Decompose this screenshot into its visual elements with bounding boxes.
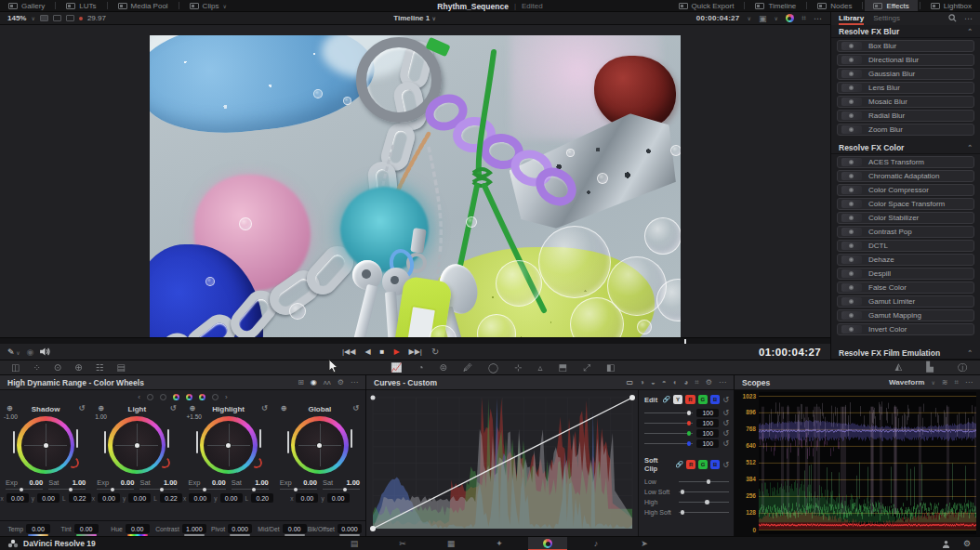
link-channels-icon[interactable]: 🔗 (675, 461, 683, 468)
color-wheel[interactable] (291, 416, 349, 474)
stop-button[interactable]: ■ (380, 347, 385, 356)
reset-icon[interactable]: ↺ (722, 439, 729, 448)
exposure-control[interactable]: Exp0.00 (97, 478, 134, 490)
reset-icon[interactable]: ↺ (79, 404, 86, 412)
annotation-pen-icon[interactable]: ✎ ∨ (7, 347, 20, 357)
slider-thumb[interactable] (160, 488, 164, 491)
single-viewer-icon[interactable] (40, 15, 48, 21)
zone-icon[interactable]: ⊕ (98, 404, 104, 412)
reset-icon[interactable]: ↺ (170, 404, 177, 412)
color-wheels-palette-icon[interactable]: ◔ (417, 362, 423, 373)
channel-button-g[interactable]: G (698, 395, 708, 404)
wheel-left-indicator[interactable] (104, 431, 106, 453)
scope-mode-select[interactable]: Waveform (889, 378, 924, 386)
wheel-center-dot[interactable] (226, 443, 231, 448)
channel-button-b[interactable]: B (710, 460, 720, 469)
reset-icon[interactable]: ↺ (261, 404, 268, 412)
fx-section-header[interactable]: Resolve FX Color⌃ (831, 141, 980, 154)
pager-prev-icon[interactable]: ‹ (138, 393, 140, 401)
param-value-field[interactable]: 0.000 (338, 524, 362, 533)
link-channels-icon[interactable]: 🔗 (662, 396, 670, 403)
top-tab-quick-export[interactable]: Quick Export (670, 0, 743, 11)
settings-gear-icon[interactable]: ⚙ (338, 378, 344, 386)
wheel-right-indicator[interactable] (167, 429, 169, 448)
reset-icon[interactable]: ↺ (722, 461, 729, 469)
exposure-control[interactable]: Exp0.00 (6, 478, 43, 490)
zoom-level-select[interactable]: 145% (7, 14, 26, 22)
top-tab-timeline[interactable]: Timeline (747, 0, 804, 11)
color-wheel[interactable] (108, 416, 166, 474)
channel-button-b[interactable]: B (710, 395, 720, 404)
viewer-scrubber[interactable] (0, 337, 830, 344)
curve-preset-icon[interactable]: ◓ (662, 378, 667, 386)
wheel-right-indicator[interactable] (351, 429, 352, 448)
exposure-control[interactable]: Exp0.00 (280, 478, 317, 490)
fx-item-box-blur[interactable]: Box Blur (837, 40, 974, 52)
collapse-icon[interactable]: ⌃ (967, 144, 973, 151)
user-icon[interactable] (942, 540, 950, 548)
slider-thumb[interactable] (203, 488, 206, 491)
slider-thumb[interactable] (681, 490, 685, 494)
fx-item-lens-blur[interactable]: Lens Blur (837, 82, 974, 94)
slider-track[interactable] (644, 433, 693, 434)
power-window-icon[interactable]: ◯ (488, 362, 498, 373)
curve-preset-icon[interactable]: ◒ (651, 378, 656, 386)
hdr-palette-icon[interactable]: ⊜ (440, 362, 447, 373)
curve-preset-icon[interactable]: ◑ (640, 378, 644, 386)
wheel-center-dot[interactable] (44, 443, 48, 448)
lum-value-field[interactable]: 0.22 (69, 493, 91, 503)
pager-dot[interactable] (173, 394, 179, 400)
saturation-control[interactable]: Sat1.00 (323, 478, 360, 490)
slider-track[interactable] (644, 412, 693, 413)
slider-thumb[interactable] (687, 431, 692, 436)
fx-item-aces-transform[interactable]: ACES Transform (837, 156, 974, 168)
blur-palette-icon[interactable]: ▵ (538, 362, 543, 373)
exposure-control[interactable]: Exp0.00 (189, 478, 226, 490)
page-fairlight[interactable]: ♪ (576, 537, 616, 550)
go-to-start-button[interactable]: |◀◀ (342, 347, 355, 356)
fx-section-header[interactable]: Resolve FX Blur⌃ (831, 25, 980, 38)
pager-dot[interactable] (212, 394, 219, 400)
slider-thumb[interactable] (111, 488, 114, 491)
fx-item-despill[interactable]: Despill (837, 268, 974, 280)
options-menu-icon[interactable]: ⋯ (814, 14, 822, 23)
reset-icon[interactable]: ↺ (352, 404, 359, 412)
channel-value-field[interactable]: 100 (696, 439, 719, 448)
saturation-control[interactable]: Sat1.00 (48, 478, 86, 490)
fx-item-false-color[interactable]: False Color (837, 282, 974, 294)
slider-thumb[interactable] (343, 488, 347, 491)
param-value-field[interactable]: 1.000 (182, 524, 206, 533)
fx-item-color-compressor[interactable]: Color Compressor (837, 184, 974, 196)
lum-value-field[interactable]: 0.20 (251, 493, 273, 503)
slider-thumb[interactable] (687, 421, 692, 426)
zone-icon[interactable]: ⊕ (281, 404, 287, 412)
fx-item-invert-color[interactable]: Invert Color (837, 323, 974, 335)
x-value-field[interactable]: 0.00 (98, 493, 120, 503)
pager-next-icon[interactable]: › (225, 393, 228, 401)
histogram-toggle-icon[interactable]: ▭ (627, 378, 634, 386)
play-button[interactable]: ▶ (393, 347, 399, 356)
channel-button-y[interactable]: Y (673, 395, 682, 404)
fx-item-contrast-pop[interactable]: Contrast Pop (837, 226, 974, 238)
channel-value-field[interactable]: 100 (696, 419, 719, 427)
add-zone-icon[interactable]: ⊞ (298, 378, 304, 386)
split-screen-icon[interactable]: ◭ (895, 361, 903, 374)
page-fusion[interactable]: ✦ (480, 537, 519, 550)
saturation-slider[interactable] (139, 489, 177, 490)
settings-gear-icon[interactable]: ⚙ (963, 539, 971, 548)
chevron-down-icon[interactable]: ∨ (775, 15, 778, 21)
slider-thumb[interactable] (687, 411, 692, 415)
slider-track[interactable] (679, 491, 729, 492)
expand-icon[interactable]: ⌗ (801, 13, 806, 23)
tab-library[interactable]: Library (839, 12, 864, 25)
wheel-center-dot[interactable] (135, 443, 139, 448)
enhanced-viewer-icon[interactable] (66, 15, 74, 21)
fx-item-color-space-transform[interactable]: Color Space Transform (837, 198, 974, 210)
fx-item-color-stabilizer[interactable]: Color Stabilizer (837, 212, 974, 224)
expand-icon[interactable]: ⌗ (954, 378, 959, 387)
page-cut[interactable]: ✂ (383, 537, 422, 550)
chevron-down-icon[interactable]: ∨ (748, 15, 751, 21)
param-value-field[interactable]: 0.000 (228, 524, 252, 533)
channel-value-field[interactable]: 100 (696, 409, 719, 417)
slider-track[interactable] (679, 512, 729, 513)
